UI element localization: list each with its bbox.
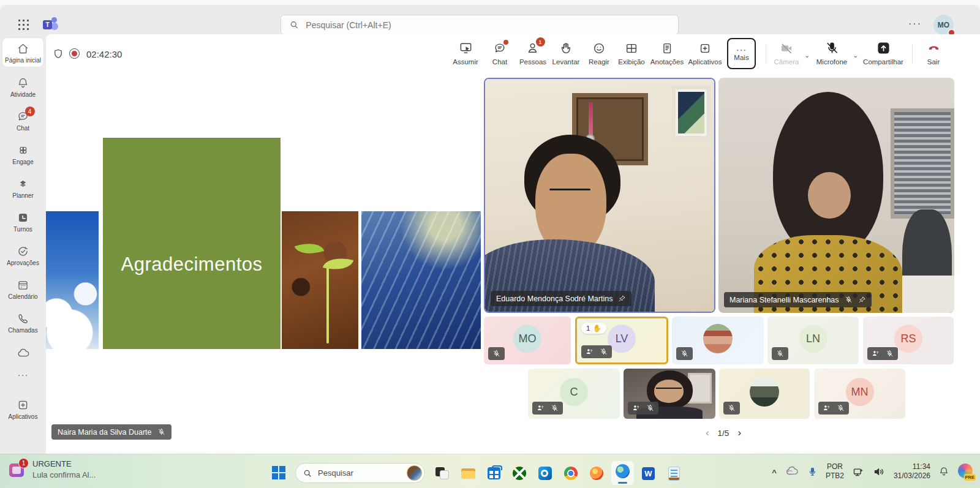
sidebar-item-planner[interactable]: Planner bbox=[2, 173, 43, 202]
share-button[interactable]: Compartilhar bbox=[861, 41, 905, 66]
meeting-apps-button[interactable]: Aplicativos bbox=[685, 41, 725, 66]
more-actions-button[interactable]: ··· Mais bbox=[727, 38, 756, 69]
sidebar-item-onedrive[interactable] bbox=[2, 342, 43, 365]
avatar: MN bbox=[846, 378, 874, 406]
microphone-button[interactable]: Microfone bbox=[815, 41, 849, 66]
search-icon bbox=[290, 20, 298, 29]
participant-tile-lv[interactable]: 1 ✋ LV ? bbox=[575, 317, 668, 364]
teams-logo-icon[interactable]: T bbox=[43, 17, 58, 32]
language-indicator[interactable]: POR PTB2 bbox=[826, 462, 844, 481]
sidebar-item-calendar[interactable]: Calendário bbox=[2, 274, 43, 303]
onedrive-tray-icon[interactable] bbox=[785, 464, 799, 479]
participant-tile-mn[interactable]: MN ? bbox=[814, 369, 905, 419]
user-avatar[interactable]: MO bbox=[933, 15, 954, 35]
leave-label: Sair bbox=[927, 58, 940, 66]
recording-indicator-icon bbox=[69, 48, 80, 59]
status-overlay: ? bbox=[532, 402, 563, 415]
mic-tray-icon[interactable] bbox=[807, 466, 818, 478]
avatar-photo bbox=[750, 377, 779, 407]
status-overlay: ? bbox=[867, 347, 898, 360]
chrome-button[interactable] bbox=[563, 465, 579, 481]
annotations-button[interactable]: Anotações bbox=[647, 41, 687, 66]
notifications-bell-icon[interactable] bbox=[938, 466, 949, 477]
participant-tile-ln[interactable]: LN bbox=[767, 317, 859, 364]
pager-next-icon[interactable]: › bbox=[737, 427, 741, 439]
sidebar-item-calls[interactable]: Chamadas bbox=[2, 308, 43, 337]
react-button[interactable]: Reagir bbox=[582, 41, 616, 66]
outlook-button[interactable] bbox=[537, 465, 554, 481]
slide-title: Agradecimentos bbox=[121, 253, 262, 276]
attendee-icon: ? bbox=[632, 404, 640, 412]
participant-tile-mo[interactable]: MO bbox=[484, 317, 571, 364]
search-icon bbox=[303, 469, 312, 478]
participant-tile-rs[interactable]: RS ? bbox=[863, 317, 954, 364]
participant-tile-c[interactable]: C ? bbox=[528, 369, 620, 419]
engage-icon bbox=[17, 143, 30, 157]
xbox-button[interactable] bbox=[511, 465, 528, 481]
chat-unread-badge: 4 bbox=[25, 107, 35, 116]
sidebar-item-chat[interactable]: 4 Chat bbox=[2, 106, 43, 135]
notepad-button[interactable] bbox=[666, 465, 682, 481]
global-search[interactable] bbox=[281, 15, 679, 35]
sidebar: Página inicial Atividade 4 Chat Engage P… bbox=[0, 34, 46, 454]
react-label: Reagir bbox=[589, 58, 609, 66]
microsoft-store-button[interactable] bbox=[486, 465, 502, 481]
sidebar-more[interactable]: ··· bbox=[2, 365, 43, 383]
start-button[interactable] bbox=[272, 466, 286, 480]
view-button[interactable]: Exibição bbox=[614, 41, 649, 66]
status-overlay bbox=[488, 347, 505, 360]
svg-text:?: ? bbox=[876, 351, 878, 355]
desktop-edge bbox=[0, 0, 980, 5]
participant-tile-photo1[interactable] bbox=[672, 317, 764, 364]
firefox-button[interactable] bbox=[589, 465, 605, 481]
participant-tile-video[interactable]: ? bbox=[624, 369, 715, 419]
widgets-news[interactable]: 1 URGENTE Lula confirma Al... bbox=[8, 459, 96, 479]
video-tile-eduardo[interactable]: Eduardo Mendonça Sodré Martins bbox=[484, 78, 715, 313]
taskbar-search[interactable]: Pesquisar bbox=[295, 463, 425, 483]
participant-name: Mariana Stefanelli Mascarenhas bbox=[729, 296, 839, 304]
sidebar-item-engage[interactable]: Engage bbox=[2, 140, 43, 168]
camera-dropdown-chevron-icon[interactable]: ⌄ bbox=[804, 51, 810, 59]
taskbar-center: Pesquisar W bbox=[272, 461, 682, 485]
edge-button-active[interactable] bbox=[611, 461, 634, 485]
sidebar-item-label: Chamadas bbox=[8, 327, 37, 334]
svg-text:?: ? bbox=[637, 405, 639, 409]
titlebar-more-icon[interactable]: ··· bbox=[908, 18, 922, 29]
participant-name: Eduardo Mendonça Sodré Martins bbox=[496, 295, 612, 303]
bell-icon bbox=[17, 76, 30, 89]
pager-prev-icon[interactable]: ‹ bbox=[706, 427, 709, 439]
sidebar-item-label: Aprovações bbox=[7, 260, 39, 266]
sidebar-item-label: Turnos bbox=[13, 226, 32, 233]
sidebar-item-approvals[interactable]: Aprovações bbox=[2, 241, 43, 269]
copilot-button[interactable]: PRE bbox=[957, 464, 974, 480]
sidebar-item-activity[interactable]: Atividade bbox=[2, 72, 43, 101]
leave-button[interactable]: Sair bbox=[916, 41, 951, 66]
status-overlay: ? bbox=[628, 402, 658, 415]
meeting-chat-button[interactable]: Chat bbox=[483, 41, 517, 66]
network-icon[interactable] bbox=[852, 465, 865, 478]
slide-sky-image bbox=[46, 211, 99, 349]
toolbar-divider bbox=[766, 44, 766, 64]
camera-button[interactable]: Câmera bbox=[769, 41, 804, 66]
takeover-button[interactable]: Assumir bbox=[448, 41, 483, 66]
meeting-chat-icon bbox=[493, 41, 507, 55]
file-explorer-button[interactable] bbox=[460, 465, 477, 481]
volume-icon[interactable] bbox=[873, 465, 886, 478]
search-input[interactable] bbox=[306, 20, 669, 30]
avatar: RS bbox=[894, 325, 922, 353]
task-view-button[interactable] bbox=[434, 465, 451, 481]
shared-screen[interactable]: Agradecimentos bbox=[46, 72, 481, 454]
participant-tile-photo2[interactable] bbox=[719, 369, 810, 419]
word-button[interactable]: W bbox=[640, 465, 657, 481]
app-launcher-waffle-icon[interactable] bbox=[17, 18, 29, 31]
sidebar-item-apps[interactable]: Aplicativos bbox=[2, 394, 43, 423]
tray-expand-chevron-icon[interactable]: ^ bbox=[772, 468, 777, 477]
news-subheadline: Lula confirma Al... bbox=[32, 470, 96, 479]
raise-hand-button[interactable]: Levantar bbox=[549, 41, 583, 66]
video-tile-mariana[interactable]: Mariana Stefanelli Mascarenhas bbox=[718, 78, 954, 313]
sidebar-item-shifts[interactable]: Turnos bbox=[2, 207, 43, 236]
clock[interactable]: 11:34 31/03/2026 bbox=[894, 462, 930, 481]
sidebar-item-home[interactable]: Página inicial bbox=[2, 38, 43, 67]
mic-dropdown-chevron-icon[interactable]: ⌄ bbox=[853, 51, 858, 59]
people-button[interactable]: 1 Pessoas bbox=[516, 41, 550, 66]
